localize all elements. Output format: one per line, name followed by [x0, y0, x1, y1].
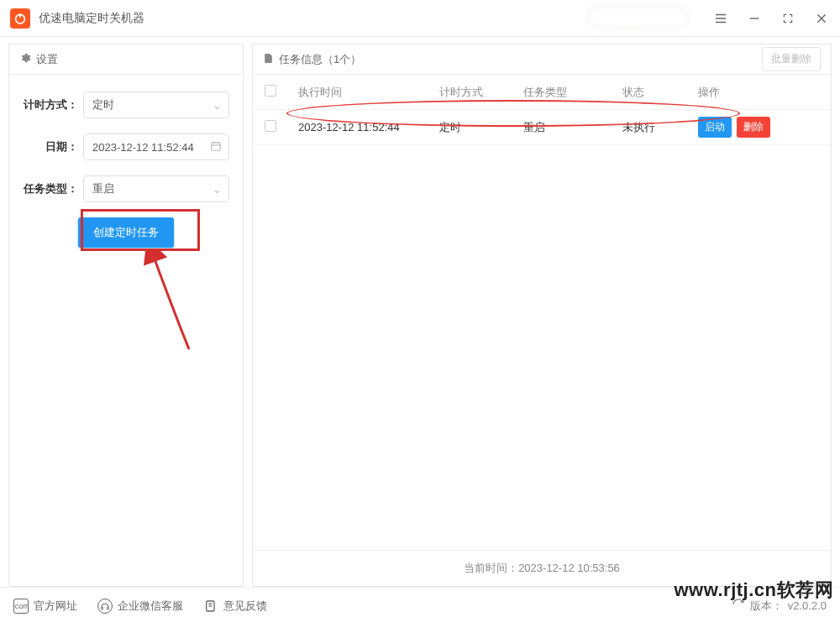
start-button[interactable]: 启动	[698, 117, 732, 138]
file-icon	[263, 53, 274, 66]
minimize-icon[interactable]	[746, 10, 763, 27]
mode-label: 计时方式：	[23, 97, 83, 112]
type-select[interactable]: 重启 ⌄	[83, 175, 229, 202]
chevron-down-icon: ⌄	[213, 99, 222, 112]
task-info-label: 任务信息（1个）	[279, 52, 361, 67]
cell-time: 2023-12-12 11:52:44	[298, 121, 439, 133]
wecom-label: 企业微信客服	[118, 599, 183, 614]
type-value: 重启	[92, 181, 114, 196]
date-value: 2023-12-12 11:52:44	[92, 141, 194, 154]
official-site-link[interactable]: .com 官方网址	[13, 599, 77, 614]
batch-delete-button[interactable]: 批量删除	[762, 47, 821, 71]
menu-icon[interactable]	[712, 10, 729, 27]
task-list-panel: 任务信息（1个） 批量删除 执行时间 计时方式 任务类型 状态 操作 2023-…	[252, 44, 832, 587]
close-icon[interactable]	[813, 10, 830, 27]
col-ops: 操作	[698, 85, 790, 100]
wecom-support-link[interactable]: 企业微信客服	[97, 599, 183, 614]
select-all-checkbox[interactable]	[265, 85, 276, 97]
headset-icon	[97, 599, 113, 614]
settings-panel: 设置 计时方式： 定时 ⌄ 日期： 2023-12-12 11:52:44 任务…	[8, 44, 244, 587]
svg-rect-12	[102, 607, 103, 609]
feedback-label: 意见反馈	[223, 599, 267, 614]
table-row: 2023-12-12 11:52:44 定时 重启 未执行 启动 删除	[253, 110, 831, 145]
feedback-link[interactable]: 意见反馈	[203, 599, 267, 614]
col-status: 状态	[622, 85, 698, 100]
type-label: 任务类型：	[23, 181, 83, 196]
table-header: 执行时间 计时方式 任务类型 状态 操作	[253, 75, 831, 110]
mode-value: 定时	[92, 97, 114, 112]
user-info-blurred	[588, 5, 689, 29]
gear-icon	[19, 52, 31, 66]
site-label: 官方网址	[34, 599, 77, 614]
calendar-icon	[210, 140, 222, 154]
svg-rect-13	[108, 607, 109, 609]
settings-label: 设置	[36, 52, 58, 67]
maximize-icon[interactable]	[780, 10, 796, 27]
cell-status: 未执行	[622, 120, 698, 135]
note-icon	[203, 599, 218, 614]
delete-button[interactable]: 删除	[737, 117, 770, 138]
svg-rect-8	[212, 142, 221, 149]
date-label: 日期：	[23, 139, 83, 154]
row-checkbox[interactable]	[265, 120, 276, 132]
annotation-rect	[81, 209, 200, 251]
date-input[interactable]: 2023-12-12 11:52:44	[83, 133, 229, 160]
col-time: 执行时间	[298, 85, 439, 100]
mode-select[interactable]: 定时 ⌄	[83, 92, 229, 118]
cell-type: 重启	[523, 120, 622, 135]
col-mode: 计时方式	[439, 85, 523, 100]
col-type: 任务类型	[523, 85, 622, 100]
chevron-down-icon: ⌄	[213, 183, 222, 196]
app-title: 优速电脑定时关机器	[39, 11, 612, 26]
cell-mode: 定时	[439, 120, 523, 135]
globe-icon: .com	[13, 599, 29, 614]
watermark: www.rjtj.cn软荐网	[674, 578, 833, 603]
app-icon	[10, 8, 30, 29]
